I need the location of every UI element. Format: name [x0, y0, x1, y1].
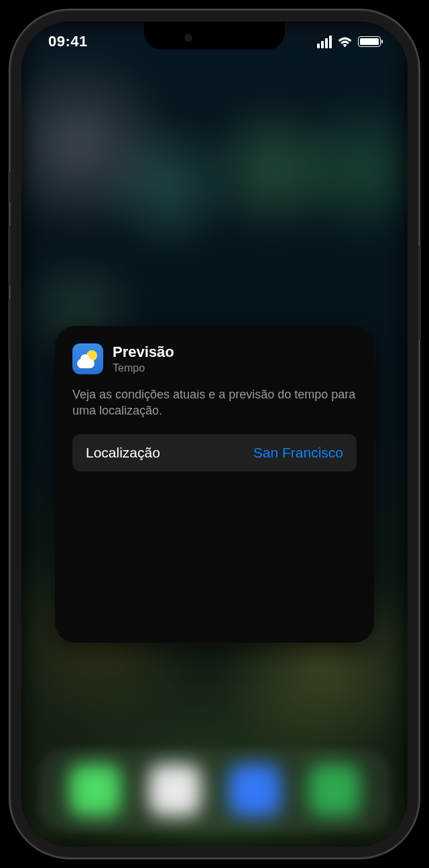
widget-description: Veja as condições atuais e a previsão do…: [72, 386, 357, 419]
battery-icon: [358, 36, 381, 47]
status-time: 09:41: [48, 33, 88, 50]
volume-up-button: [8, 225, 11, 286]
screen: 09:41: [21, 21, 408, 847]
volume-down-button: [8, 299, 11, 360]
weather-app-icon: [72, 343, 103, 374]
location-setting-row[interactable]: Localização San Francisco: [72, 434, 357, 472]
dock-app-icon: [69, 764, 121, 816]
power-button: [418, 246, 421, 339]
location-label: Localização: [86, 445, 160, 461]
dock-app-icon: [229, 764, 281, 816]
mute-switch: [8, 172, 11, 203]
wifi-icon: [337, 36, 353, 48]
location-value: San Francisco: [253, 445, 343, 461]
dock-app-icon: [308, 764, 361, 816]
widget-header: Previsão Tempo: [72, 343, 357, 374]
widget-title: Previsão: [113, 343, 174, 361]
dock-app-icon: [149, 764, 201, 816]
status-indicators: [317, 36, 381, 48]
phone-frame: 09:41: [11, 11, 418, 857]
notch: [144, 21, 285, 50]
widget-title-group: Previsão Tempo: [113, 343, 174, 374]
widget-app-name: Tempo: [113, 362, 174, 374]
cellular-signal-icon: [317, 36, 332, 48]
dock: [55, 761, 374, 820]
widget-edit-panel: Previsão Tempo Veja as condições atuais …: [55, 326, 374, 643]
